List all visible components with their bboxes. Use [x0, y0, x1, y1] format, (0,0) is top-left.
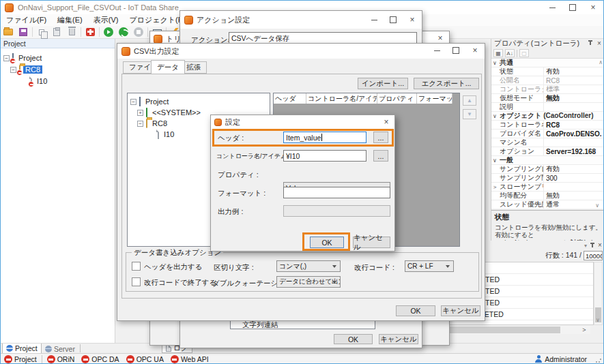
menu-item[interactable]: 編集(E) [52, 14, 88, 26]
tree-item-rc8[interactable]: RC8 [137, 118, 169, 129]
collapse-arrow-icon[interactable]: ∨ [491, 60, 498, 66]
sync-icon[interactable] [116, 27, 131, 38]
tree-item-system[interactable]: <<SYSTEM>> [137, 107, 203, 118]
property-row[interactable]: 公開名RC8 [491, 76, 604, 85]
property-row[interactable]: サンプリング自動有効 [491, 165, 604, 174]
table-header-0[interactable]: ヘッダ [274, 93, 306, 104]
tab-data[interactable]: データ [151, 60, 185, 74]
move-up-icon[interactable]: ▲ [463, 95, 476, 106]
minimize-icon[interactable] [427, 44, 446, 57]
paste-icon[interactable] [49, 27, 64, 38]
controller-browse-button[interactable]: ... [373, 150, 388, 162]
ok-button[interactable]: OK [396, 305, 435, 316]
minimize-icon[interactable] [364, 11, 384, 29]
save-icon[interactable] [16, 27, 31, 38]
property-row[interactable]: >スローサンプリング [491, 183, 604, 192]
resize-grip-icon[interactable] [595, 357, 602, 363]
collapse-icon[interactable] [130, 99, 136, 105]
scroll-up-icon[interactable]: ∧ [599, 59, 603, 65]
open-folder-icon[interactable] [1, 27, 16, 38]
table-header-1[interactable]: コントローラ名/アイテム名 [306, 93, 377, 104]
tab-project[interactable]: Project [2, 344, 42, 354]
import-button[interactable]: インポート... [358, 78, 408, 89]
log-vertical-scrollbar[interactable]: ∨ [594, 262, 603, 325]
delete-icon[interactable] [64, 27, 79, 38]
menu-item[interactable]: ファイル(F) [1, 14, 52, 26]
property-row[interactable]: オプションServer=192.168 [491, 147, 604, 156]
property-row[interactable]: コントローラ名RC8 [491, 121, 604, 130]
status-item-project[interactable]: Project [1, 355, 40, 363]
property-row[interactable]: プロバイダ名CaoProv.DENSO. [491, 130, 604, 138]
categorize-icon[interactable]: ▦ [493, 49, 503, 57]
collapse-icon[interactable] [10, 67, 16, 73]
property-row[interactable]: コントローラタイプ標準 [491, 85, 604, 94]
pin-icon[interactable] [589, 243, 596, 249]
quotation-select[interactable]: データに合わせて出力 [276, 276, 341, 288]
tree-item-project[interactable]: Project [130, 96, 171, 107]
close-icon[interactable]: × [583, 1, 603, 14]
collapse-arrow-icon[interactable]: ∨ [491, 113, 498, 119]
dropdown-icon[interactable]: ▾ [584, 243, 587, 249]
header-browse-button[interactable]: ... [373, 132, 388, 143]
close-icon[interactable]: × [403, 11, 422, 29]
stop-icon[interactable] [131, 27, 146, 38]
close-panel-icon[interactable]: × [595, 40, 603, 47]
ok-button[interactable]: OK [310, 237, 344, 248]
separator-select[interactable]: コンマ(,) [276, 260, 341, 272]
cancel-button[interactable]: キャンセル [379, 334, 418, 344]
newline-select[interactable]: CR + LF [405, 260, 454, 272]
expand-icon[interactable] [137, 110, 143, 116]
maximize-icon[interactable] [446, 44, 465, 57]
menu-item[interactable]: 表示(V) [88, 14, 124, 26]
controller-input[interactable]: ¥I10 [283, 150, 366, 162]
tree-item-project[interactable]: Project [3, 52, 44, 63]
cancel-button[interactable]: キャンセル [353, 237, 390, 248]
collapse-icon[interactable] [3, 55, 10, 61]
close-panel-icon[interactable]: × [596, 241, 604, 249]
property-category[interactable]: ∨一般 [491, 156, 604, 165]
maximize-icon[interactable] [384, 11, 403, 29]
property-row[interactable]: 仮想モード無効 [491, 94, 604, 103]
status-item-web-api[interactable]: Web API [167, 355, 212, 363]
ok-button[interactable]: OK [334, 334, 373, 344]
scroll-right-icon[interactable]: > [579, 326, 589, 334]
status-item-orin[interactable]: ORiN [44, 355, 78, 363]
tree-item-i10[interactable]: I10 [28, 76, 49, 87]
minimize-icon[interactable] [542, 1, 562, 14]
tree-item-rc8[interactable]: RC8 [10, 64, 42, 75]
property-row[interactable]: 均等配分無効 [491, 192, 604, 200]
maximize-icon[interactable] [562, 1, 583, 14]
expand-arrow-icon[interactable]: > [491, 184, 498, 190]
header-input[interactable]: Item_value [283, 132, 366, 143]
format-input[interactable] [283, 187, 390, 198]
sort-az-icon[interactable]: A↓ [505, 49, 515, 57]
end-with-newline-checkbox[interactable] [132, 277, 141, 286]
collapse-icon[interactable] [137, 121, 143, 127]
scroll-down-icon[interactable]: ∨ [596, 317, 600, 323]
property-row[interactable]: 状態有効 [491, 67, 604, 76]
table-header-2[interactable]: プロパティ [377, 93, 417, 104]
tab-server[interactable]: Server [42, 344, 78, 354]
status-item-opc-ua[interactable]: OPC UA [123, 355, 167, 363]
pin-icon[interactable] [587, 40, 594, 47]
status-item-opc-da[interactable]: OPC DA [78, 355, 122, 363]
property-category[interactable]: ∨オブジェクト (CaoController) [491, 112, 604, 121]
run-icon[interactable] [101, 27, 116, 38]
table-header-3[interactable]: フォーマット [417, 93, 452, 104]
close-icon[interactable]: × [378, 115, 394, 129]
property-row[interactable]: 説明 [491, 103, 604, 112]
first-aid-icon[interactable] [83, 27, 98, 38]
user-area[interactable]: Administrator [535, 354, 587, 364]
export-button[interactable]: エクスポート... [414, 78, 479, 89]
cancel-button[interactable]: キャンセル [441, 305, 480, 316]
move-down-icon[interactable]: ▼ [463, 109, 476, 119]
property-row[interactable]: スレッド優先度通常 [491, 200, 604, 209]
property-row[interactable]: マシン名 [491, 138, 604, 147]
tree-item-i10[interactable]: I10 [155, 129, 176, 140]
close-icon[interactable]: × [465, 44, 485, 57]
collapse-arrow-icon[interactable]: ∨ [491, 157, 498, 164]
row-count-input[interactable]: 10000 [584, 251, 603, 260]
scroll-down-icon[interactable]: ∨ [595, 202, 599, 209]
property-row[interactable]: サンプリング間隔300 [491, 174, 604, 183]
copy-icon[interactable] [34, 27, 49, 38]
